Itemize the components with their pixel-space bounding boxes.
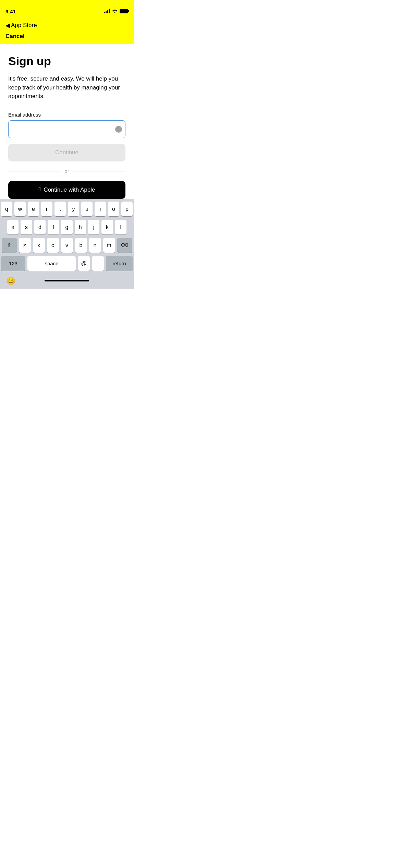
back-label: App Store [11, 22, 37, 29]
divider-line-right [73, 171, 125, 171]
key-x[interactable]: x [33, 238, 45, 253]
key-j[interactable]: j [88, 220, 99, 234]
status-time: 9:41 [5, 9, 16, 14]
page-title: Sign up [8, 55, 125, 68]
key-g[interactable]: g [61, 220, 72, 234]
keyboard-row-bottom: 123 space @ . return [1, 256, 133, 271]
divider: or [8, 168, 125, 174]
keyboard-row-2: a s d f g h j k l [1, 220, 133, 234]
divider-text: or [64, 168, 69, 174]
return-key[interactable]: return [106, 256, 133, 271]
key-a[interactable]: a [7, 220, 19, 234]
main-content: Sign up It's free, secure and easy. We w… [0, 44, 134, 206]
battery-icon [120, 9, 128, 13]
key-y[interactable]: y [68, 202, 79, 216]
signal-icon [104, 9, 110, 13]
keyboard: q w e r t y u i o p a s d f g h j k l ⇧ … [0, 199, 134, 289]
keyboard-row-1: q w e r t y u i o p [1, 202, 133, 216]
key-t[interactable]: t [54, 202, 66, 216]
nav-bar: ◀ App Store [0, 18, 134, 33]
at-key[interactable]: @ [78, 256, 90, 271]
emoji-key[interactable]: 😊 [4, 274, 17, 288]
key-o[interactable]: o [108, 202, 119, 216]
email-label: Email address [8, 112, 125, 118]
key-w[interactable]: w [14, 202, 26, 216]
key-f[interactable]: f [48, 220, 59, 234]
key-l[interactable]: l [115, 220, 126, 234]
description-text: It's free, secure and easy. We will help… [8, 74, 125, 101]
status-icons [104, 9, 128, 14]
key-n[interactable]: n [89, 238, 101, 253]
shift-key[interactable]: ⇧ [2, 238, 17, 253]
key-d[interactable]: d [34, 220, 46, 234]
wifi-icon [112, 9, 118, 14]
divider-line-left [8, 171, 60, 171]
numbers-key[interactable]: 123 [1, 256, 25, 271]
email-input-wrapper [8, 120, 125, 138]
back-chevron-icon: ◀ [5, 22, 10, 29]
apple-signin-button[interactable]:  Continue with Apple [8, 181, 125, 199]
email-input[interactable] [8, 120, 125, 138]
home-indicator [45, 280, 89, 281]
status-bar: 9:41 [0, 0, 134, 18]
key-m[interactable]: m [103, 238, 115, 253]
key-c[interactable]: c [47, 238, 59, 253]
key-i[interactable]: i [95, 202, 106, 216]
keyboard-bottom-bar: 😊 [1, 274, 133, 289]
key-b[interactable]: b [75, 238, 87, 253]
input-clear-button[interactable] [115, 126, 122, 133]
apple-button-label: Continue with Apple [44, 186, 95, 193]
continue-button[interactable]: Continue [8, 144, 125, 161]
key-k[interactable]: k [101, 220, 113, 234]
backspace-key[interactable]: ⌫ [117, 238, 132, 253]
space-key[interactable]: space [27, 256, 76, 271]
keyboard-row-3: ⇧ z x c v b n m ⌫ [1, 238, 133, 253]
cancel-bar: Cancel [0, 33, 134, 44]
key-h[interactable]: h [75, 220, 86, 234]
key-q[interactable]: q [1, 202, 12, 216]
key-z[interactable]: z [19, 238, 31, 253]
key-s[interactable]: s [21, 220, 32, 234]
key-r[interactable]: r [41, 202, 52, 216]
back-button[interactable]: ◀ App Store [5, 22, 37, 29]
apple-logo-icon:  [39, 186, 41, 193]
key-p[interactable]: p [121, 202, 133, 216]
cancel-button[interactable]: Cancel [5, 33, 25, 40]
key-v[interactable]: v [61, 238, 73, 253]
key-u[interactable]: u [81, 202, 93, 216]
key-e[interactable]: e [28, 202, 39, 216]
period-key[interactable]: . [92, 256, 104, 271]
home-bar [45, 278, 89, 285]
